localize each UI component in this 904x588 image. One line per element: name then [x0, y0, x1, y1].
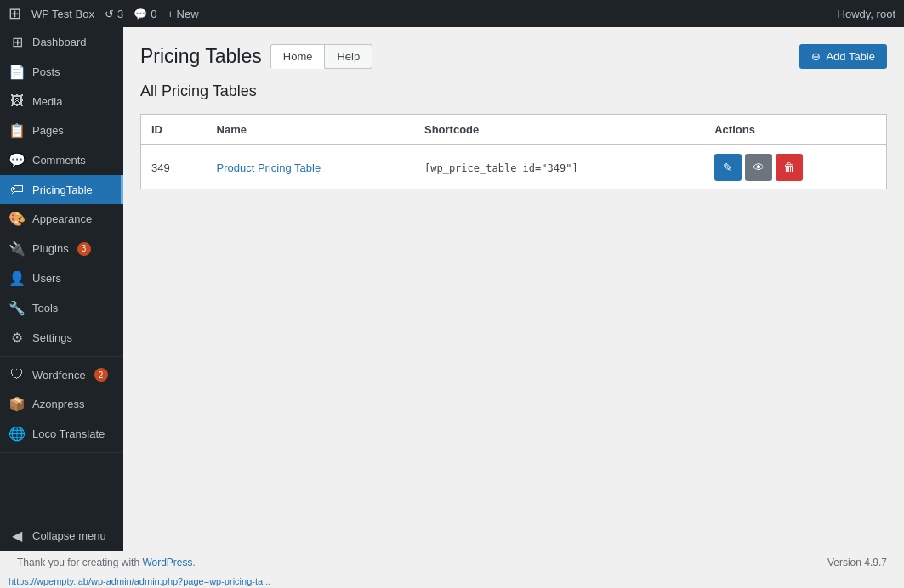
- sidebar-label-dashboard: Dashboard: [32, 36, 87, 48]
- sidebar-item-plugins[interactable]: 🔌 Plugins 3: [0, 234, 123, 263]
- sidebar-label-pricingtable: PricingTable: [32, 184, 93, 196]
- wp-footer: Thank you for creating with WordPress. V…: [0, 551, 904, 574]
- delete-button[interactable]: 🗑: [776, 154, 803, 181]
- sidebar-item-posts[interactable]: 📄 Posts: [0, 57, 123, 87]
- collapse-menu-label: Collapse menu: [32, 529, 106, 542]
- sidebar-label-wordfence: Wordfence: [32, 369, 86, 382]
- sidebar-divider: [0, 356, 123, 357]
- new-item[interactable]: + New: [167, 8, 198, 20]
- add-table-icon: ⊕: [811, 50, 821, 63]
- plugins-badge: 3: [77, 242, 91, 256]
- comments-nav-icon: 💬: [9, 152, 26, 168]
- col-header-name: Name: [207, 115, 414, 145]
- sidebar-label-azonpress: Azonpress: [32, 398, 84, 410]
- table-header-row: ID Name Shortcode Actions: [141, 115, 887, 145]
- pages-icon: 📋: [9, 122, 26, 139]
- sidebar-label-plugins: Plugins: [32, 242, 69, 255]
- sidebar-label-comments: Comments: [32, 154, 86, 167]
- site-name[interactable]: WP Test Box: [31, 8, 94, 20]
- sidebar-item-settings[interactable]: ⚙ Settings: [0, 323, 123, 353]
- pricing-tables-table: ID Name Shortcode Actions 349 Product Pr…: [140, 114, 887, 190]
- tab-home[interactable]: Home: [270, 44, 326, 69]
- page-header: Pricing Tables Home Help ⊕ Add Table: [140, 44, 887, 69]
- sidebar-item-wordfence[interactable]: 🛡 Wordfence 2: [0, 360, 123, 389]
- azonpress-icon: 📦: [9, 396, 26, 412]
- url-bar: https://wpempty.lab/wp-admin/admin.php?p…: [0, 574, 904, 588]
- add-table-button[interactable]: ⊕ Add Table: [799, 44, 887, 69]
- tab-nav: Home Help: [270, 44, 372, 69]
- section-title: All Pricing Tables: [140, 82, 887, 100]
- sidebar-label-tools: Tools: [32, 302, 58, 314]
- col-header-actions: Actions: [704, 115, 886, 145]
- eye-icon: 👁: [753, 161, 765, 174]
- page-title: Pricing Tables: [140, 45, 262, 68]
- comments-icon: 💬: [134, 8, 147, 20]
- row-name: Product Pricing Table: [207, 145, 414, 190]
- sidebar-label-pages: Pages: [32, 124, 64, 137]
- tab-help[interactable]: Help: [325, 44, 372, 69]
- preview-button[interactable]: 👁: [745, 154, 772, 181]
- revisions-item[interactable]: ↺ 3: [105, 8, 123, 20]
- sidebar-item-media[interactable]: 🖼 Media: [0, 87, 123, 116]
- version-text: Version 4.9.7: [827, 557, 887, 568]
- trash-icon: 🗑: [783, 161, 795, 174]
- sidebar-item-users[interactable]: 👤 Users: [0, 263, 123, 293]
- sidebar-item-pricingtable[interactable]: 🏷 PricingTable: [0, 175, 123, 204]
- row-actions: ✎ 👁 🗑: [704, 145, 886, 190]
- comments-item[interactable]: 💬 0: [134, 8, 156, 20]
- col-header-id: ID: [141, 115, 207, 145]
- row-name-link[interactable]: Product Pricing Table: [217, 161, 321, 174]
- sidebar-item-tools[interactable]: 🔧 Tools: [0, 293, 123, 323]
- actions-cell: ✎ 👁 🗑: [714, 154, 876, 181]
- howdy-label[interactable]: Howdy, root: [838, 8, 895, 20]
- col-header-shortcode: Shortcode: [414, 115, 704, 145]
- shortcode-text: [wp_price_table id="349"]: [424, 162, 578, 174]
- footer-text: Thank you for creating with WordPress.: [17, 557, 196, 568]
- add-table-label: Add Table: [826, 50, 875, 63]
- dashboard-icon: ⊞: [9, 34, 26, 50]
- settings-icon: ⚙: [9, 330, 26, 346]
- sidebar-item-appearance[interactable]: 🎨 Appearance: [0, 204, 123, 234]
- sidebar-label-appearance: Appearance: [32, 212, 92, 225]
- edit-button[interactable]: ✎: [714, 154, 742, 181]
- sidebar-label-settings: Settings: [32, 331, 72, 344]
- sidebar-label-users: Users: [32, 272, 61, 285]
- sidebar-item-dashboard[interactable]: ⊞ Dashboard: [0, 27, 123, 57]
- sidebar-item-comments[interactable]: 💬 Comments: [0, 145, 123, 175]
- collapse-menu-button[interactable]: ◀ Collapse menu: [0, 521, 123, 551]
- sidebar: ⊞ Dashboard 📄 Posts 🖼 Media 📋 Pages 💬 Co…: [0, 27, 123, 551]
- tools-icon: 🔧: [9, 300, 26, 316]
- sidebar-label-posts: Posts: [32, 65, 60, 78]
- posts-icon: 📄: [9, 64, 26, 80]
- users-icon: 👤: [9, 270, 26, 286]
- appearance-icon: 🎨: [9, 211, 26, 227]
- row-id: 349: [141, 145, 207, 190]
- row-shortcode: [wp_price_table id="349"]: [414, 145, 704, 190]
- media-icon: 🖼: [9, 93, 26, 109]
- sidebar-label-media: Media: [32, 95, 62, 108]
- layout: ⊞ Dashboard 📄 Posts 🖼 Media 📋 Pages 💬 Co…: [0, 27, 904, 551]
- sidebar-item-pages[interactable]: 📋 Pages: [0, 116, 123, 145]
- wp-logo-icon[interactable]: ⊞: [9, 4, 21, 23]
- sidebar-label-loco-translate: Loco Translate: [32, 427, 105, 440]
- collapse-icon: ◀: [9, 528, 26, 544]
- wordfence-icon: 🛡: [9, 367, 26, 382]
- edit-icon: ✎: [723, 161, 733, 174]
- wordpress-link[interactable]: WordPress: [142, 557, 192, 568]
- pricingtable-icon: 🏷: [9, 182, 26, 197]
- table-row: 349 Product Pricing Table [wp_price_tabl…: [141, 145, 887, 190]
- wordfence-badge: 2: [94, 368, 108, 382]
- sidebar-item-azonpress[interactable]: 📦 Azonpress: [0, 389, 123, 419]
- admin-bar: ⊞ WP Test Box ↺ 3 💬 0 + New Howdy, root: [0, 0, 904, 27]
- page-header-left: Pricing Tables Home Help: [140, 44, 372, 69]
- sidebar-divider-2: [0, 452, 123, 453]
- plugins-icon: 🔌: [9, 240, 26, 257]
- main-content: Pricing Tables Home Help ⊕ Add Table All…: [123, 27, 904, 551]
- sidebar-item-loco-translate[interactable]: 🌐 Loco Translate: [0, 419, 123, 449]
- loco-translate-icon: 🌐: [9, 426, 26, 442]
- revisions-icon: ↺: [105, 8, 114, 20]
